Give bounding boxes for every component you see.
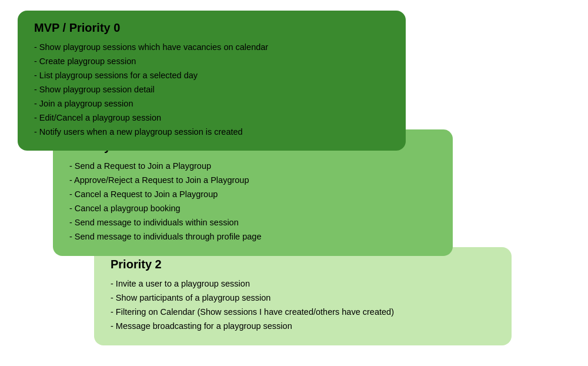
card-0-item-3: - Show playgroup session detail [34, 83, 389, 97]
card-1-item-1: - Approve/Reject a Request to Join a Pla… [69, 174, 436, 188]
card-0-item-2: - List playgroup sessions for a selected… [34, 69, 389, 83]
priority-card-2: Priority 2- Invite a user to a playgroup… [94, 247, 512, 345]
main-container: MVP / Priority 0- Show playgroup session… [0, 0, 588, 366]
card-2-item-2: - Filtering on Calendar (Show sessions I… [111, 305, 495, 320]
card-1-item-0: - Send a Request to Join a Playgroup [69, 159, 436, 174]
card-0-title: MVP / Priority 0 [34, 21, 389, 35]
card-1-item-4: - Send message to individuals within ses… [69, 216, 436, 230]
priority-card-0: MVP / Priority 0- Show playgroup session… [18, 11, 406, 151]
card-0-item-5: - Edit/Cancel a playgroup session [34, 111, 389, 125]
card-1-item-2: - Cancel a Request to Join a Playgroup [69, 188, 436, 202]
card-1-item-3: - Cancel a playgroup booking [69, 202, 436, 216]
card-0-item-0: - Show playgroup sessions which have vac… [34, 41, 389, 55]
card-2-item-0: - Invite a user to a playgroup session [111, 277, 495, 291]
card-1-item-5: - Send message to individuals through pr… [69, 230, 436, 244]
card-0-item-4: - Join a playgroup session [34, 97, 389, 111]
card-0-item-1: - Create playgroup session [34, 55, 389, 69]
card-2-item-3: - Message broadcasting for a playgroup s… [111, 320, 495, 334]
card-2-title: Priority 2 [111, 258, 495, 271]
card-2-item-1: - Show participants of a playgroup sessi… [111, 291, 495, 305]
card-0-item-6: - Notify users when a new playgroup sess… [34, 125, 389, 139]
